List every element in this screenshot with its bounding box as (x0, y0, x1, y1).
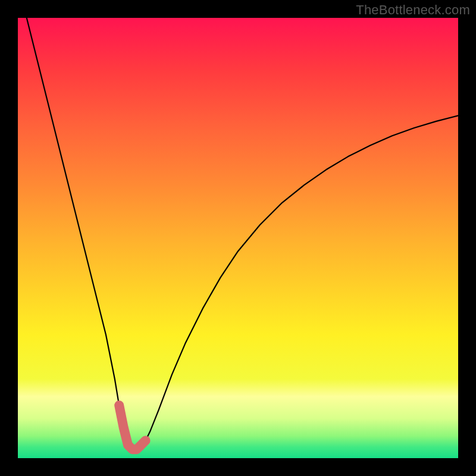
chart-svg (18, 18, 458, 458)
watermark-text: TheBottleneck.com (356, 2, 470, 18)
gradient-background (18, 18, 458, 458)
chart-frame: TheBottleneck.com (0, 0, 476, 476)
plot-area (18, 18, 458, 458)
